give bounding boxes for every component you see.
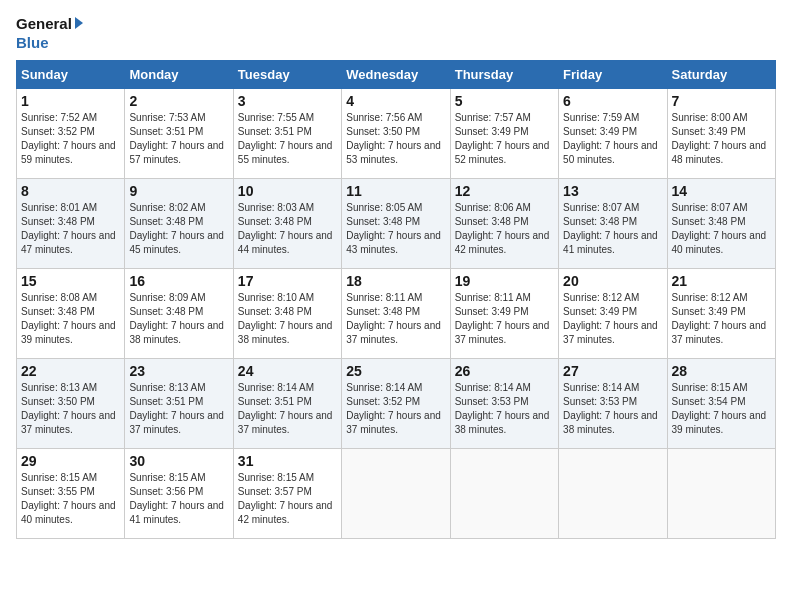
calendar-cell: 9Sunrise: 8:02 AMSunset: 3:48 PMDaylight…	[125, 179, 233, 269]
calendar-cell: 11Sunrise: 8:05 AMSunset: 3:48 PMDayligh…	[342, 179, 450, 269]
day-info: Sunrise: 7:55 AMSunset: 3:51 PMDaylight:…	[238, 111, 337, 167]
day-info: Sunrise: 8:00 AMSunset: 3:49 PMDaylight:…	[672, 111, 771, 167]
day-number: 28	[672, 363, 771, 379]
calendar-cell: 22Sunrise: 8:13 AMSunset: 3:50 PMDayligh…	[17, 359, 125, 449]
logo-general: General	[16, 16, 72, 31]
day-number: 27	[563, 363, 662, 379]
calendar-table: SundayMondayTuesdayWednesdayThursdayFrid…	[16, 60, 776, 539]
day-number: 17	[238, 273, 337, 289]
day-info: Sunrise: 8:07 AMSunset: 3:48 PMDaylight:…	[563, 201, 662, 257]
day-info: Sunrise: 7:59 AMSunset: 3:49 PMDaylight:…	[563, 111, 662, 167]
day-info: Sunrise: 7:52 AMSunset: 3:52 PMDaylight:…	[21, 111, 120, 167]
day-info: Sunrise: 7:57 AMSunset: 3:49 PMDaylight:…	[455, 111, 554, 167]
day-info: Sunrise: 8:09 AMSunset: 3:48 PMDaylight:…	[129, 291, 228, 347]
day-number: 19	[455, 273, 554, 289]
day-info: Sunrise: 8:13 AMSunset: 3:51 PMDaylight:…	[129, 381, 228, 437]
calendar-cell: 7Sunrise: 8:00 AMSunset: 3:49 PMDaylight…	[667, 89, 775, 179]
day-info: Sunrise: 8:06 AMSunset: 3:48 PMDaylight:…	[455, 201, 554, 257]
day-info: Sunrise: 8:12 AMSunset: 3:49 PMDaylight:…	[672, 291, 771, 347]
day-number: 25	[346, 363, 445, 379]
calendar-cell: 27Sunrise: 8:14 AMSunset: 3:53 PMDayligh…	[559, 359, 667, 449]
day-info: Sunrise: 8:15 AMSunset: 3:57 PMDaylight:…	[238, 471, 337, 527]
day-number: 4	[346, 93, 445, 109]
day-info: Sunrise: 8:03 AMSunset: 3:48 PMDaylight:…	[238, 201, 337, 257]
day-info: Sunrise: 8:05 AMSunset: 3:48 PMDaylight:…	[346, 201, 445, 257]
calendar-header-saturday: Saturday	[667, 61, 775, 89]
calendar-cell: 16Sunrise: 8:09 AMSunset: 3:48 PMDayligh…	[125, 269, 233, 359]
calendar-cell	[559, 449, 667, 539]
calendar-week-4: 22Sunrise: 8:13 AMSunset: 3:50 PMDayligh…	[17, 359, 776, 449]
day-number: 11	[346, 183, 445, 199]
day-number: 14	[672, 183, 771, 199]
calendar-cell: 25Sunrise: 8:14 AMSunset: 3:52 PMDayligh…	[342, 359, 450, 449]
calendar-cell: 1Sunrise: 7:52 AMSunset: 3:52 PMDaylight…	[17, 89, 125, 179]
day-info: Sunrise: 8:02 AMSunset: 3:48 PMDaylight:…	[129, 201, 228, 257]
day-info: Sunrise: 7:53 AMSunset: 3:51 PMDaylight:…	[129, 111, 228, 167]
day-info: Sunrise: 8:14 AMSunset: 3:52 PMDaylight:…	[346, 381, 445, 437]
day-info: Sunrise: 8:15 AMSunset: 3:54 PMDaylight:…	[672, 381, 771, 437]
day-info: Sunrise: 8:11 AMSunset: 3:49 PMDaylight:…	[455, 291, 554, 347]
calendar-header-sunday: Sunday	[17, 61, 125, 89]
calendar-cell: 26Sunrise: 8:14 AMSunset: 3:53 PMDayligh…	[450, 359, 558, 449]
logo-arrow-icon	[75, 17, 83, 29]
calendar-cell	[342, 449, 450, 539]
day-number: 8	[21, 183, 120, 199]
calendar-cell: 29Sunrise: 8:15 AMSunset: 3:55 PMDayligh…	[17, 449, 125, 539]
day-info: Sunrise: 8:13 AMSunset: 3:50 PMDaylight:…	[21, 381, 120, 437]
logo-blue: Blue	[16, 35, 49, 50]
calendar-cell: 30Sunrise: 8:15 AMSunset: 3:56 PMDayligh…	[125, 449, 233, 539]
day-number: 29	[21, 453, 120, 469]
day-number: 20	[563, 273, 662, 289]
calendar-week-1: 1Sunrise: 7:52 AMSunset: 3:52 PMDaylight…	[17, 89, 776, 179]
calendar-cell: 20Sunrise: 8:12 AMSunset: 3:49 PMDayligh…	[559, 269, 667, 359]
day-number: 21	[672, 273, 771, 289]
day-number: 2	[129, 93, 228, 109]
day-info: Sunrise: 8:12 AMSunset: 3:49 PMDaylight:…	[563, 291, 662, 347]
calendar-cell: 5Sunrise: 7:57 AMSunset: 3:49 PMDaylight…	[450, 89, 558, 179]
day-info: Sunrise: 7:56 AMSunset: 3:50 PMDaylight:…	[346, 111, 445, 167]
day-number: 15	[21, 273, 120, 289]
calendar-cell: 21Sunrise: 8:12 AMSunset: 3:49 PMDayligh…	[667, 269, 775, 359]
calendar-header-thursday: Thursday	[450, 61, 558, 89]
day-number: 16	[129, 273, 228, 289]
calendar-cell: 12Sunrise: 8:06 AMSunset: 3:48 PMDayligh…	[450, 179, 558, 269]
calendar-cell: 24Sunrise: 8:14 AMSunset: 3:51 PMDayligh…	[233, 359, 341, 449]
day-info: Sunrise: 8:11 AMSunset: 3:48 PMDaylight:…	[346, 291, 445, 347]
day-info: Sunrise: 8:14 AMSunset: 3:53 PMDaylight:…	[563, 381, 662, 437]
day-info: Sunrise: 8:07 AMSunset: 3:48 PMDaylight:…	[672, 201, 771, 257]
calendar-header-friday: Friday	[559, 61, 667, 89]
day-number: 24	[238, 363, 337, 379]
calendar-header-row: SundayMondayTuesdayWednesdayThursdayFrid…	[17, 61, 776, 89]
day-info: Sunrise: 8:08 AMSunset: 3:48 PMDaylight:…	[21, 291, 120, 347]
calendar-cell: 31Sunrise: 8:15 AMSunset: 3:57 PMDayligh…	[233, 449, 341, 539]
calendar-cell: 13Sunrise: 8:07 AMSunset: 3:48 PMDayligh…	[559, 179, 667, 269]
calendar-header-tuesday: Tuesday	[233, 61, 341, 89]
day-info: Sunrise: 8:14 AMSunset: 3:53 PMDaylight:…	[455, 381, 554, 437]
calendar-week-2: 8Sunrise: 8:01 AMSunset: 3:48 PMDaylight…	[17, 179, 776, 269]
calendar-cell: 19Sunrise: 8:11 AMSunset: 3:49 PMDayligh…	[450, 269, 558, 359]
calendar-header-wednesday: Wednesday	[342, 61, 450, 89]
day-number: 18	[346, 273, 445, 289]
calendar-cell: 28Sunrise: 8:15 AMSunset: 3:54 PMDayligh…	[667, 359, 775, 449]
calendar-cell	[667, 449, 775, 539]
day-number: 26	[455, 363, 554, 379]
day-number: 22	[21, 363, 120, 379]
calendar-cell: 2Sunrise: 7:53 AMSunset: 3:51 PMDaylight…	[125, 89, 233, 179]
day-info: Sunrise: 8:01 AMSunset: 3:48 PMDaylight:…	[21, 201, 120, 257]
calendar-cell: 8Sunrise: 8:01 AMSunset: 3:48 PMDaylight…	[17, 179, 125, 269]
day-number: 23	[129, 363, 228, 379]
calendar-week-5: 29Sunrise: 8:15 AMSunset: 3:55 PMDayligh…	[17, 449, 776, 539]
calendar-cell: 6Sunrise: 7:59 AMSunset: 3:49 PMDaylight…	[559, 89, 667, 179]
day-number: 6	[563, 93, 662, 109]
calendar-cell: 17Sunrise: 8:10 AMSunset: 3:48 PMDayligh…	[233, 269, 341, 359]
day-number: 3	[238, 93, 337, 109]
day-number: 7	[672, 93, 771, 109]
day-number: 9	[129, 183, 228, 199]
calendar-cell: 23Sunrise: 8:13 AMSunset: 3:51 PMDayligh…	[125, 359, 233, 449]
calendar-cell: 15Sunrise: 8:08 AMSunset: 3:48 PMDayligh…	[17, 269, 125, 359]
calendar-cell: 10Sunrise: 8:03 AMSunset: 3:48 PMDayligh…	[233, 179, 341, 269]
day-number: 5	[455, 93, 554, 109]
calendar-header-monday: Monday	[125, 61, 233, 89]
page-header: GeneralBlue	[16, 16, 776, 50]
calendar-cell: 14Sunrise: 8:07 AMSunset: 3:48 PMDayligh…	[667, 179, 775, 269]
